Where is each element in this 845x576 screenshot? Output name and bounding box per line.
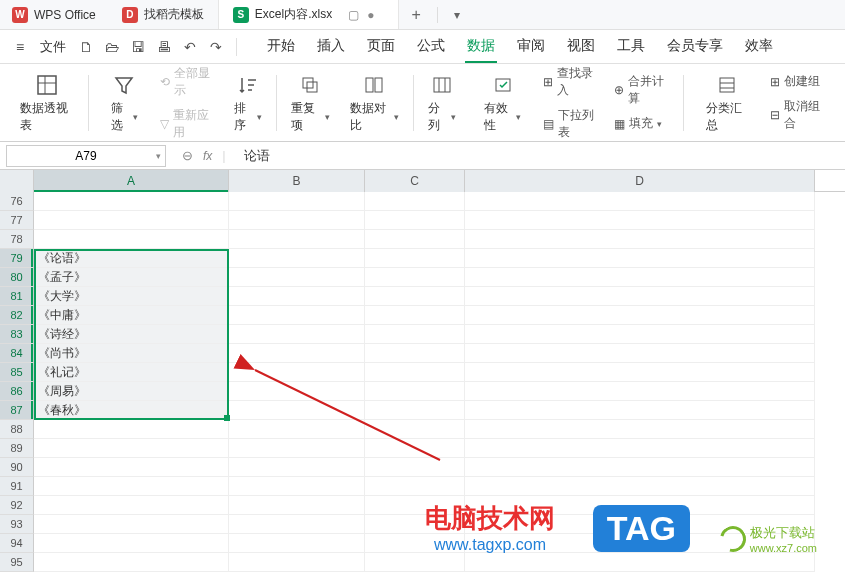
row-header[interactable]: 92 [0,496,34,515]
row-header[interactable]: 81 [0,287,34,306]
cell[interactable] [229,477,365,496]
validate-button[interactable]: 有效性▾ [474,64,532,141]
col-header-b[interactable]: B [229,170,365,192]
row-header[interactable]: 80 [0,268,34,287]
row-header[interactable]: 88 [0,420,34,439]
duplicate-button[interactable]: 重复项▾ [281,64,340,141]
chevron-down-icon[interactable]: ▾ [156,151,161,161]
cell[interactable]: 《大学》 [34,287,229,306]
cell[interactable]: 《尚书》 [34,344,229,363]
cell[interactable] [34,458,229,477]
row-header[interactable]: 91 [0,477,34,496]
tab-page[interactable]: 页面 [365,31,397,63]
cell[interactable] [365,458,465,477]
cell[interactable] [465,287,815,306]
cell[interactable] [465,420,815,439]
row-header[interactable]: 83 [0,325,34,344]
split-button[interactable]: 分列▾ [418,64,466,141]
tab-review[interactable]: 审阅 [515,31,547,63]
tab-formula[interactable]: 公式 [415,31,447,63]
cell[interactable]: 《中庸》 [34,306,229,325]
cell[interactable] [365,382,465,401]
fill-button[interactable]: ▦填充▾ [610,113,671,134]
cell[interactable] [34,496,229,515]
tab-dot-icon[interactable]: ● [367,8,374,22]
cell[interactable] [365,211,465,230]
cell[interactable] [365,192,465,211]
cancel-icon[interactable]: ⊖ [182,148,193,163]
name-box[interactable]: A79 ▾ [6,145,166,167]
tab-min-icon[interactable]: ▢ [348,8,359,22]
cell[interactable] [365,230,465,249]
cell[interactable]: 《论语》 [34,249,229,268]
cell[interactable] [229,553,365,572]
cell[interactable] [365,249,465,268]
cell[interactable] [229,458,365,477]
sort-button[interactable]: 排序▾ [224,64,272,141]
row-header[interactable]: 76 [0,192,34,211]
cell[interactable] [365,439,465,458]
cell[interactable] [465,553,815,572]
cell[interactable] [465,344,815,363]
row-header[interactable]: 78 [0,230,34,249]
cell[interactable] [229,325,365,344]
new-tab-button[interactable]: + [399,6,432,24]
tab-tools[interactable]: 工具 [615,31,647,63]
cell[interactable] [229,401,365,420]
cell[interactable] [229,306,365,325]
print-icon[interactable]: 🖶 [152,35,176,59]
cell[interactable]: 《礼记》 [34,363,229,382]
tab-view[interactable]: 视图 [565,31,597,63]
cell[interactable] [365,306,465,325]
row-header[interactable]: 95 [0,553,34,572]
cell[interactable] [465,268,815,287]
tab-start[interactable]: 开始 [265,31,297,63]
cell[interactable] [229,496,365,515]
cell[interactable] [465,401,815,420]
cell[interactable]: 《孟子》 [34,268,229,287]
save-icon[interactable]: 🖫 [126,35,150,59]
redo-icon[interactable]: ↷ [204,35,228,59]
subtotal-button[interactable]: 分类汇总 [696,64,758,141]
tab-effect[interactable]: 效率 [743,31,775,63]
cell[interactable]: 《诗经》 [34,325,229,344]
cell[interactable] [229,211,365,230]
row-header[interactable]: 93 [0,515,34,534]
open-icon[interactable]: 🗁 [100,35,124,59]
cell[interactable] [229,439,365,458]
cell[interactable] [365,420,465,439]
fx-icon[interactable]: fx [203,149,212,163]
cell[interactable] [465,439,815,458]
cell[interactable] [229,515,365,534]
cell[interactable] [229,344,365,363]
cell[interactable] [365,363,465,382]
tab-insert[interactable]: 插入 [315,31,347,63]
col-header-c[interactable]: C [365,170,465,192]
row-header[interactable]: 89 [0,439,34,458]
lookup-button[interactable]: ⊞查找录入 [539,63,601,101]
col-header-a[interactable]: A [34,170,229,192]
file-menu[interactable]: 文件 [34,38,72,56]
filter-button[interactable]: 筛选▾ [101,64,148,141]
cell[interactable] [465,477,815,496]
show-all-button[interactable]: ⟲全部显示 [156,63,217,101]
cell[interactable] [465,363,815,382]
cell[interactable] [34,553,229,572]
cell[interactable] [465,382,815,401]
row-header[interactable]: 82 [0,306,34,325]
cell[interactable]: 《周易》 [34,382,229,401]
row-header[interactable]: 85 [0,363,34,382]
undo-icon[interactable]: ↶ [178,35,202,59]
pivot-button[interactable]: 数据透视表 [10,64,84,141]
row-header[interactable]: 77 [0,211,34,230]
cell[interactable] [465,211,815,230]
cell[interactable] [229,249,365,268]
dropdown-button[interactable]: ▤下拉列表 [539,105,601,143]
cell[interactable] [229,534,365,553]
row-header[interactable]: 84 [0,344,34,363]
cell[interactable] [34,439,229,458]
tab-data[interactable]: 数据 [465,31,497,63]
formula-input[interactable]: 论语 [236,147,845,165]
cell[interactable] [229,420,365,439]
cell[interactable] [465,325,815,344]
